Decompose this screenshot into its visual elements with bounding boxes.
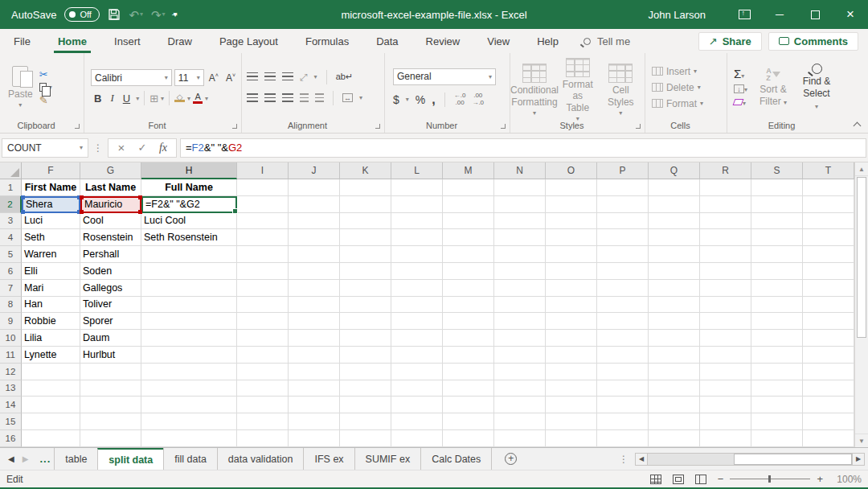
row-header-7[interactable]: 7: [0, 280, 22, 297]
cell-M10[interactable]: [443, 330, 494, 347]
cell-O15[interactable]: [546, 413, 597, 430]
percent-style-icon[interactable]: %: [416, 93, 425, 106]
cell-N16[interactable]: [494, 430, 546, 447]
underline-button[interactable]: U: [120, 92, 133, 105]
ribbon-tab-draw[interactable]: Draw: [154, 29, 206, 53]
formula-bar-grip[interactable]: ⋮: [92, 142, 104, 154]
cell-T5[interactable]: [803, 246, 854, 263]
font-color-icon[interactable]: A: [193, 92, 203, 104]
cell-K13[interactable]: [340, 380, 391, 397]
cell-P6[interactable]: [597, 263, 649, 280]
cell-P10[interactable]: [597, 330, 649, 347]
fill-button[interactable]: ↓▾: [734, 83, 747, 94]
cell-O14[interactable]: [546, 397, 597, 413]
selection-handle-icon[interactable]: [80, 210, 84, 214]
page-layout-view-icon[interactable]: [673, 475, 684, 484]
cell-Q1[interactable]: [649, 179, 700, 196]
row-header-1[interactable]: 1: [0, 179, 22, 196]
column-header-Q[interactable]: Q: [649, 162, 700, 179]
format-painter-icon[interactable]: ✎: [39, 95, 52, 105]
name-box[interactable]: COUNT ▾: [2, 138, 88, 158]
cell-H11[interactable]: [141, 347, 237, 364]
cell-S7[interactable]: [751, 280, 803, 297]
column-header-T[interactable]: T: [803, 162, 854, 179]
zoom-level[interactable]: 100%: [834, 474, 862, 485]
cell-L8[interactable]: [391, 297, 443, 314]
cell-K3[interactable]: [340, 213, 391, 230]
cell-L2[interactable]: [391, 196, 443, 213]
horizontal-scrollbar[interactable]: ◀ ▶: [635, 448, 868, 470]
cell-T10[interactable]: [803, 330, 854, 347]
cell-R11[interactable]: [700, 347, 751, 364]
format-as-table-button[interactable]: Format as Table▾: [557, 56, 599, 124]
cell-O2[interactable]: [546, 196, 597, 213]
cell-K7[interactable]: [340, 280, 391, 297]
close-button[interactable]: ×: [833, 0, 868, 29]
row-header-6[interactable]: 6: [0, 263, 22, 280]
undo-icon[interactable]: ↶▾: [129, 9, 143, 21]
cell-R12[interactable]: [700, 364, 751, 380]
maximize-button[interactable]: [797, 0, 833, 29]
cell-G2[interactable]: Mauricio: [80, 196, 141, 213]
cell-J16[interactable]: [289, 430, 340, 447]
align-left-icon[interactable]: [247, 93, 258, 102]
styles-dialog-launcher-icon[interactable]: [636, 124, 641, 129]
cell-Q8[interactable]: [649, 297, 700, 314]
cell-L7[interactable]: [391, 280, 443, 297]
sheet-tab-split-data[interactable]: split data: [97, 448, 163, 470]
italic-button[interactable]: I: [107, 92, 117, 105]
font-size-combo[interactable]: 11▾: [174, 69, 204, 86]
cell-P12[interactable]: [597, 364, 649, 380]
cell-N2[interactable]: [494, 196, 546, 213]
cell-P13[interactable]: [597, 380, 649, 397]
cell-O4[interactable]: [546, 229, 597, 246]
cell-F3[interactable]: Luci: [22, 213, 80, 230]
cell-T1[interactable]: [803, 179, 854, 196]
column-header-G[interactable]: G: [80, 162, 141, 179]
zoom-out-icon[interactable]: −: [718, 473, 724, 485]
cell-H4[interactable]: Seth Rosenstein: [141, 229, 237, 246]
normal-view-icon[interactable]: [650, 475, 661, 484]
cell-K2[interactable]: [340, 196, 391, 213]
cell-J13[interactable]: [289, 380, 340, 397]
cell-R13[interactable]: [700, 380, 751, 397]
cell-H15[interactable]: [141, 413, 237, 430]
cell-G9[interactable]: Sporer: [80, 313, 141, 330]
cell-Q5[interactable]: [649, 246, 700, 263]
cell-F12[interactable]: [22, 364, 80, 380]
cell-J5[interactable]: [289, 246, 340, 263]
cell-F4[interactable]: Seth: [22, 229, 80, 246]
cell-Q10[interactable]: [649, 330, 700, 347]
middle-align-icon[interactable]: [264, 72, 276, 81]
cell-J11[interactable]: [289, 347, 340, 364]
font-name-combo[interactable]: Calibri▾: [91, 69, 172, 86]
cell-I11[interactable]: [237, 347, 289, 364]
cell-M7[interactable]: [443, 280, 494, 297]
cell-K8[interactable]: [340, 297, 391, 314]
cell-I2[interactable]: [237, 196, 289, 213]
center-icon[interactable]: [264, 93, 276, 102]
cell-I12[interactable]: [237, 364, 289, 380]
cell-R10[interactable]: [700, 330, 751, 347]
cell-T6[interactable]: [803, 263, 854, 280]
ribbon-tab-view[interactable]: View: [473, 29, 523, 53]
cell-O12[interactable]: [546, 364, 597, 380]
cell-G15[interactable]: [80, 413, 141, 430]
cell-S1[interactable]: [751, 179, 803, 196]
zoom-slider[interactable]: [730, 479, 810, 479]
cell-F10[interactable]: Lilia: [22, 330, 80, 347]
cell-I3[interactable]: [237, 213, 289, 230]
cell-O11[interactable]: [546, 347, 597, 364]
cell-T11[interactable]: [803, 347, 854, 364]
cell-N10[interactable]: [494, 330, 546, 347]
column-header-M[interactable]: M: [443, 162, 494, 179]
scroll-up-icon[interactable]: ▲: [855, 162, 868, 176]
cell-N8[interactable]: [494, 297, 546, 314]
cell-N5[interactable]: [494, 246, 546, 263]
column-header-P[interactable]: P: [597, 162, 649, 179]
column-header-L[interactable]: L: [391, 162, 443, 179]
row-header-15[interactable]: 15: [0, 413, 22, 430]
tab-bar-grip[interactable]: ⋮: [612, 448, 635, 470]
cell-R7[interactable]: [700, 280, 751, 297]
row-header-9[interactable]: 9: [0, 313, 22, 330]
